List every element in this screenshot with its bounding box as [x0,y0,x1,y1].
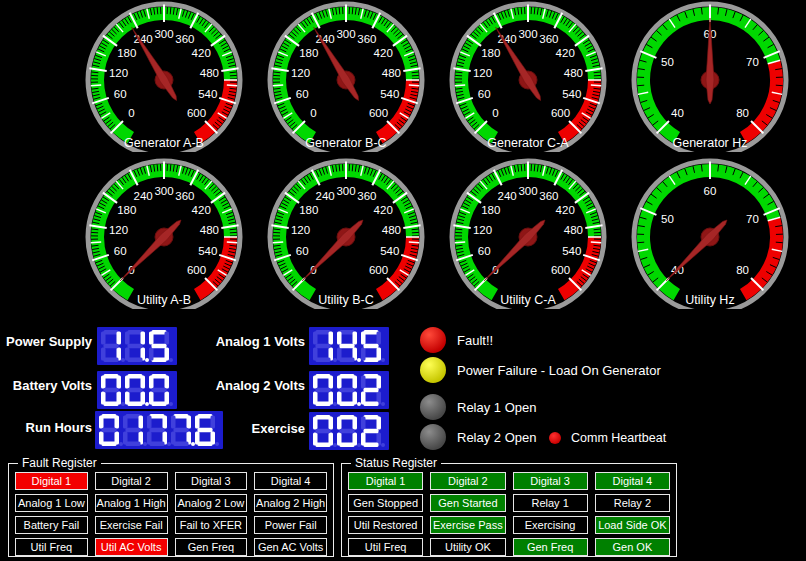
status-cell-exercise-pass: Exercise Pass [430,516,505,534]
gauge-tick-label: 300 [336,28,355,40]
gauge-tick-label: 300 [336,185,355,197]
gauge-tick-label: 120 [109,224,128,236]
gauge-face: 060120180240300360420480540600Generator … [73,0,255,152]
seg-digit [99,414,123,446]
gauge-label: Utility Hz [685,293,734,307]
fault-cell-analog-1-low: Analog 1 Low [15,494,88,512]
fault-register-panel: Fault Register Digital 1Digital 2Digital… [8,463,334,557]
gauge-face: 060120180240300360420480540600Utility B-… [255,157,437,309]
exercise-label: Exercise [203,419,305,439]
gauge-label: Generator B-C [305,136,386,150]
gauge-tick-label: 0 [128,107,134,119]
gauge-tick-label: 600 [369,264,388,276]
seg-digit [313,415,337,447]
gauge-tick-label: 540 [380,245,399,257]
gauge-tick-label: 420 [556,47,575,59]
status-cell-gen-freq: Gen Freq [513,538,588,556]
gauge-tick-label: 300 [154,28,173,40]
gauge-label: Utility A-B [137,293,191,307]
gauge-tick-label: 540 [562,88,581,100]
power-failure-lamp-label: Power Failure - Load On Generator [457,363,661,378]
gauge-label: Utility C-A [500,293,556,307]
seg-digit [337,374,361,406]
power-failure-lamp-icon [420,357,446,383]
fault-cell-gen-freq: Gen Freq [175,538,248,556]
gauge-tick-label: 360 [539,190,558,202]
gauge-tick-label: 50 [661,213,674,225]
gauge-face: 060120180240300360420480540600Generator … [255,0,437,152]
status-cell-relay-1: Relay 1 [513,494,588,512]
gauge-utility-a-b: 060120180240300360420480540600Utility A-… [73,157,255,309]
gauge-generator-b-c: 060120180240300360420480540600Generator … [255,0,437,152]
seg-digit [361,330,385,362]
gauge-tick-label: 480 [564,67,583,79]
gauge-tick-label: 60 [296,88,309,100]
gauge-tick-label: 120 [291,224,310,236]
seg-digit [125,374,149,406]
exercise-display [309,412,389,450]
gauge-tick-label: 540 [198,88,217,100]
status-cell-digital-4: Digital 4 [595,472,670,490]
gauge-tick-label: 40 [671,107,684,119]
gauge-tick-label: 120 [109,67,128,79]
gauge-utility-b-c: 060120180240300360420480540600Utility B-… [255,157,437,309]
status-register-title: Status Register [351,456,441,471]
status-cell-gen-started: Gen Started [430,494,505,512]
gauge-face: 4050607080Generator Hz [619,0,801,152]
gauge-tick-label: 420 [192,47,211,59]
analog1-volts-label: Analog 1 Volts [203,332,305,352]
status-cell-relay-2: Relay 2 [595,494,670,512]
gauge-tick-label: 240 [134,190,153,202]
gauge-tick-label: 60 [704,185,717,197]
gauge-tick-label: 480 [564,224,583,236]
gauge-tick-label: 50 [661,56,674,68]
seg-digit [125,330,149,362]
gauge-tick-label: 600 [551,107,570,119]
status-cell-util-freq: Util Freq [348,538,423,556]
power-supply-label: Power Supply [0,332,92,352]
gauge-tick-label: 80 [736,107,749,119]
gauge-tick-label: 420 [374,204,393,216]
seg-digit [337,415,361,447]
gauge-needle [484,220,545,281]
status-cell-load-side-ok: Load Side OK [595,516,670,534]
seg-digit [313,330,337,362]
analog1-volts-display [309,327,389,365]
gauge-tick-label: 240 [316,190,335,202]
gauge-tick-label: 80 [736,264,749,276]
gauge-utility-hz: 4050607080Utility Hz [619,157,801,309]
fault-cell-gen-ac-volts: Gen AC Volts [254,538,327,556]
gauge-tick-label: 180 [299,47,318,59]
gauge-tick-label: 180 [117,204,136,216]
gauge-tick-label: 360 [175,33,194,45]
fault-cell-analog-1-high: Analog 1 High [95,494,168,512]
seg-digit [171,414,195,446]
gauge-tick-label: 420 [556,204,575,216]
seg-digit [313,374,337,406]
gauge-tick-label: 0 [310,107,316,119]
gauge-tick-label: 540 [380,88,399,100]
gauge-tick-label: 420 [192,204,211,216]
gauge-tick-label: 70 [746,213,759,225]
comm-heartbeat-label: Comm Heartbeat [571,431,666,446]
status-cell-digital-2: Digital 2 [430,472,505,490]
relay2-lamp-label: Relay 2 Open [457,430,537,445]
gauge-tick-label: 300 [518,185,537,197]
gauge-tick-label: 180 [299,204,318,216]
fault-cell-power-fail: Power Fail [254,516,327,534]
gauge-row-utility: 060120180240300360420480540600Utility A-… [73,157,801,309]
analog2-volts-display [309,371,389,409]
gauge-face: 060120180240300360420480540600Utility C-… [437,157,619,309]
status-register-grid: Digital 1Digital 2Digital 3Digital 4Gen … [348,472,670,556]
seg-digit [361,415,385,447]
gauge-needle [120,220,181,281]
fault-cell-digital-2: Digital 2 [95,472,168,490]
seg-digit [147,414,171,446]
status-register-panel: Status Register Digital 1Digital 2Digita… [341,463,677,557]
relay1-lamp-icon [420,394,446,420]
gauge-face: 4050607080Utility Hz [619,157,801,309]
gauge-needle [302,220,363,281]
gauge-tick-label: 180 [481,204,500,216]
run-hours-label: Run Hours [0,418,92,438]
gauge-tick-label: 60 [114,88,127,100]
